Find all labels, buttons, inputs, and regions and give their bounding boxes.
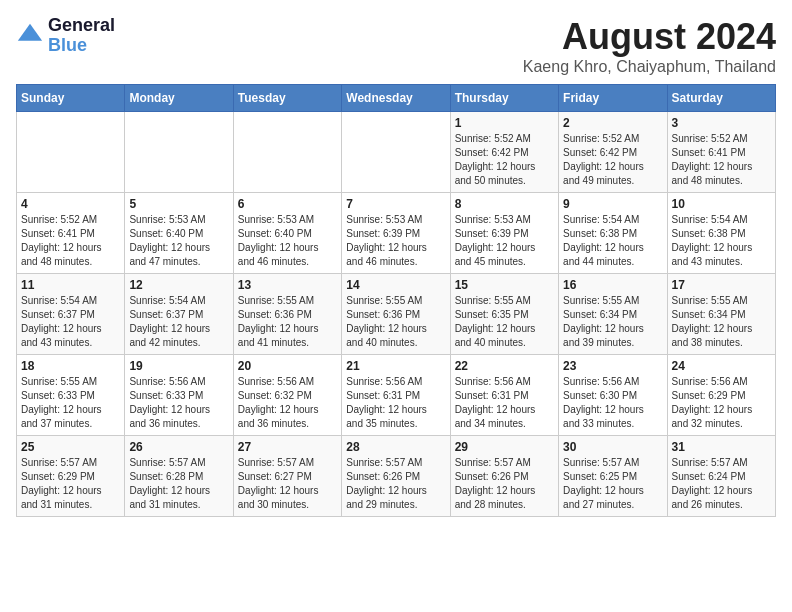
- calendar-cell: 21Sunrise: 5:56 AM Sunset: 6:31 PM Dayli…: [342, 355, 450, 436]
- calendar-cell: 14Sunrise: 5:55 AM Sunset: 6:36 PM Dayli…: [342, 274, 450, 355]
- header-thursday: Thursday: [450, 85, 558, 112]
- calendar-cell: 16Sunrise: 5:55 AM Sunset: 6:34 PM Dayli…: [559, 274, 667, 355]
- header-saturday: Saturday: [667, 85, 775, 112]
- day-info: Sunrise: 5:53 AM Sunset: 6:40 PM Dayligh…: [238, 213, 337, 269]
- calendar-table: SundayMondayTuesdayWednesdayThursdayFrid…: [16, 84, 776, 517]
- day-number: 23: [563, 359, 662, 373]
- day-number: 27: [238, 440, 337, 454]
- day-number: 31: [672, 440, 771, 454]
- day-info: Sunrise: 5:55 AM Sunset: 6:34 PM Dayligh…: [672, 294, 771, 350]
- day-info: Sunrise: 5:56 AM Sunset: 6:29 PM Dayligh…: [672, 375, 771, 431]
- day-info: Sunrise: 5:56 AM Sunset: 6:32 PM Dayligh…: [238, 375, 337, 431]
- page-header: General Blue August 2024 Kaeng Khro, Cha…: [16, 16, 776, 76]
- calendar-cell: 30Sunrise: 5:57 AM Sunset: 6:25 PM Dayli…: [559, 436, 667, 517]
- day-info: Sunrise: 5:56 AM Sunset: 6:30 PM Dayligh…: [563, 375, 662, 431]
- calendar-cell: 15Sunrise: 5:55 AM Sunset: 6:35 PM Dayli…: [450, 274, 558, 355]
- day-number: 4: [21, 197, 120, 211]
- day-info: Sunrise: 5:54 AM Sunset: 6:38 PM Dayligh…: [563, 213, 662, 269]
- day-number: 13: [238, 278, 337, 292]
- calendar-cell: 29Sunrise: 5:57 AM Sunset: 6:26 PM Dayli…: [450, 436, 558, 517]
- day-number: 11: [21, 278, 120, 292]
- calendar-cell: 28Sunrise: 5:57 AM Sunset: 6:26 PM Dayli…: [342, 436, 450, 517]
- day-number: 5: [129, 197, 228, 211]
- calendar-cell: 1Sunrise: 5:52 AM Sunset: 6:42 PM Daylig…: [450, 112, 558, 193]
- calendar-cell: [17, 112, 125, 193]
- day-number: 9: [563, 197, 662, 211]
- calendar-week-1: 1Sunrise: 5:52 AM Sunset: 6:42 PM Daylig…: [17, 112, 776, 193]
- calendar-week-5: 25Sunrise: 5:57 AM Sunset: 6:29 PM Dayli…: [17, 436, 776, 517]
- day-info: Sunrise: 5:55 AM Sunset: 6:33 PM Dayligh…: [21, 375, 120, 431]
- day-info: Sunrise: 5:53 AM Sunset: 6:39 PM Dayligh…: [346, 213, 445, 269]
- day-number: 29: [455, 440, 554, 454]
- calendar-cell: 20Sunrise: 5:56 AM Sunset: 6:32 PM Dayli…: [233, 355, 341, 436]
- title-section: August 2024 Kaeng Khro, Chaiyaphum, Thai…: [523, 16, 776, 76]
- calendar-cell: 6Sunrise: 5:53 AM Sunset: 6:40 PM Daylig…: [233, 193, 341, 274]
- day-info: Sunrise: 5:53 AM Sunset: 6:39 PM Dayligh…: [455, 213, 554, 269]
- day-info: Sunrise: 5:54 AM Sunset: 6:38 PM Dayligh…: [672, 213, 771, 269]
- calendar-cell: 12Sunrise: 5:54 AM Sunset: 6:37 PM Dayli…: [125, 274, 233, 355]
- calendar-cell: 18Sunrise: 5:55 AM Sunset: 6:33 PM Dayli…: [17, 355, 125, 436]
- day-number: 14: [346, 278, 445, 292]
- day-number: 15: [455, 278, 554, 292]
- calendar-cell: 17Sunrise: 5:55 AM Sunset: 6:34 PM Dayli…: [667, 274, 775, 355]
- day-number: 10: [672, 197, 771, 211]
- app-logo: General Blue: [16, 16, 115, 56]
- day-info: Sunrise: 5:56 AM Sunset: 6:33 PM Dayligh…: [129, 375, 228, 431]
- day-info: Sunrise: 5:52 AM Sunset: 6:42 PM Dayligh…: [455, 132, 554, 188]
- header-monday: Monday: [125, 85, 233, 112]
- day-info: Sunrise: 5:52 AM Sunset: 6:41 PM Dayligh…: [21, 213, 120, 269]
- day-info: Sunrise: 5:55 AM Sunset: 6:36 PM Dayligh…: [346, 294, 445, 350]
- day-number: 2: [563, 116, 662, 130]
- calendar-week-3: 11Sunrise: 5:54 AM Sunset: 6:37 PM Dayli…: [17, 274, 776, 355]
- day-info: Sunrise: 5:57 AM Sunset: 6:25 PM Dayligh…: [563, 456, 662, 512]
- day-number: 18: [21, 359, 120, 373]
- day-info: Sunrise: 5:57 AM Sunset: 6:26 PM Dayligh…: [455, 456, 554, 512]
- calendar-cell: 23Sunrise: 5:56 AM Sunset: 6:30 PM Dayli…: [559, 355, 667, 436]
- day-number: 12: [129, 278, 228, 292]
- day-number: 19: [129, 359, 228, 373]
- calendar-cell: 25Sunrise: 5:57 AM Sunset: 6:29 PM Dayli…: [17, 436, 125, 517]
- day-number: 16: [563, 278, 662, 292]
- day-info: Sunrise: 5:52 AM Sunset: 6:42 PM Dayligh…: [563, 132, 662, 188]
- day-number: 8: [455, 197, 554, 211]
- calendar-cell: 24Sunrise: 5:56 AM Sunset: 6:29 PM Dayli…: [667, 355, 775, 436]
- header-tuesday: Tuesday: [233, 85, 341, 112]
- day-info: Sunrise: 5:52 AM Sunset: 6:41 PM Dayligh…: [672, 132, 771, 188]
- day-number: 7: [346, 197, 445, 211]
- calendar-cell: [125, 112, 233, 193]
- day-info: Sunrise: 5:54 AM Sunset: 6:37 PM Dayligh…: [129, 294, 228, 350]
- day-info: Sunrise: 5:57 AM Sunset: 6:29 PM Dayligh…: [21, 456, 120, 512]
- calendar-cell: 3Sunrise: 5:52 AM Sunset: 6:41 PM Daylig…: [667, 112, 775, 193]
- calendar-cell: [233, 112, 341, 193]
- day-number: 1: [455, 116, 554, 130]
- day-number: 30: [563, 440, 662, 454]
- day-number: 22: [455, 359, 554, 373]
- day-info: Sunrise: 5:54 AM Sunset: 6:37 PM Dayligh…: [21, 294, 120, 350]
- header-friday: Friday: [559, 85, 667, 112]
- day-info: Sunrise: 5:55 AM Sunset: 6:36 PM Dayligh…: [238, 294, 337, 350]
- day-info: Sunrise: 5:56 AM Sunset: 6:31 PM Dayligh…: [455, 375, 554, 431]
- calendar-cell: 4Sunrise: 5:52 AM Sunset: 6:41 PM Daylig…: [17, 193, 125, 274]
- calendar-cell: 22Sunrise: 5:56 AM Sunset: 6:31 PM Dayli…: [450, 355, 558, 436]
- day-info: Sunrise: 5:55 AM Sunset: 6:35 PM Dayligh…: [455, 294, 554, 350]
- day-number: 28: [346, 440, 445, 454]
- calendar-cell: 19Sunrise: 5:56 AM Sunset: 6:33 PM Dayli…: [125, 355, 233, 436]
- day-number: 26: [129, 440, 228, 454]
- calendar-week-4: 18Sunrise: 5:55 AM Sunset: 6:33 PM Dayli…: [17, 355, 776, 436]
- day-number: 20: [238, 359, 337, 373]
- day-info: Sunrise: 5:57 AM Sunset: 6:24 PM Dayligh…: [672, 456, 771, 512]
- calendar-cell: [342, 112, 450, 193]
- day-info: Sunrise: 5:55 AM Sunset: 6:34 PM Dayligh…: [563, 294, 662, 350]
- header-wednesday: Wednesday: [342, 85, 450, 112]
- calendar-cell: 11Sunrise: 5:54 AM Sunset: 6:37 PM Dayli…: [17, 274, 125, 355]
- day-number: 24: [672, 359, 771, 373]
- calendar-title: August 2024: [523, 16, 776, 58]
- calendar-cell: 2Sunrise: 5:52 AM Sunset: 6:42 PM Daylig…: [559, 112, 667, 193]
- calendar-cell: 10Sunrise: 5:54 AM Sunset: 6:38 PM Dayli…: [667, 193, 775, 274]
- svg-marker-0: [18, 24, 42, 41]
- day-info: Sunrise: 5:57 AM Sunset: 6:28 PM Dayligh…: [129, 456, 228, 512]
- day-number: 3: [672, 116, 771, 130]
- day-info: Sunrise: 5:53 AM Sunset: 6:40 PM Dayligh…: [129, 213, 228, 269]
- day-number: 25: [21, 440, 120, 454]
- calendar-cell: 13Sunrise: 5:55 AM Sunset: 6:36 PM Dayli…: [233, 274, 341, 355]
